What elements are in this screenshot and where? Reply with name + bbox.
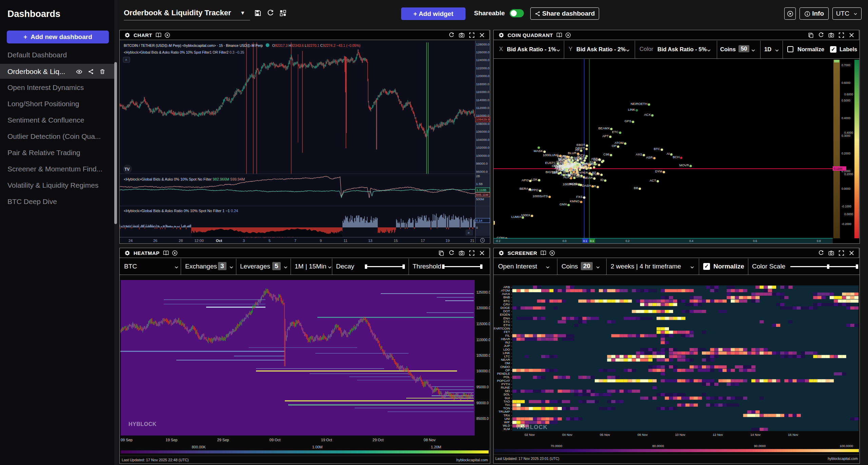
svg-text:0.1: 0.1 [583, 239, 587, 243]
svg-text:HYBLOCK: HYBLOCK [129, 421, 157, 427]
svg-text:EBOT: EBOT [576, 143, 585, 147]
svg-text:JUP: JUP [504, 344, 510, 348]
svg-text:110000.0: 110000.0 [476, 338, 490, 342]
svg-text:0.7000: 0.7000 [842, 63, 850, 67]
svg-text:0.4000: 0.4000 [844, 131, 853, 134]
svg-text:NEIROETH: NEIROETH [631, 102, 647, 106]
svg-text:AVA: AVA [558, 168, 565, 172]
svg-text:GPS: GPS [625, 119, 631, 123]
svg-text:KMNO: KMNO [570, 199, 580, 203]
svg-text:110000.0: 110000.0 [476, 114, 489, 117]
svg-text:118000.0: 118000.0 [476, 82, 489, 86]
svg-text:0.2000: 0.2000 [844, 172, 853, 176]
svg-text:128000.0: 128000.0 [476, 42, 490, 46]
svg-text:-0.1000: -0.1000 [842, 205, 851, 208]
svg-text:16 Nov: 16 Nov [788, 433, 798, 436]
svg-text:BTC: BTC [654, 147, 660, 151]
svg-text:13: 13 [368, 239, 372, 243]
svg-text:09 Sep: 09 Sep [121, 438, 133, 442]
svg-text:ID: ID [600, 178, 604, 182]
svg-text:7: 7 [294, 239, 296, 243]
svg-text:GMX: GMX [559, 202, 567, 206]
svg-text:112000.0: 112000.0 [476, 106, 489, 110]
svg-text:MASK: MASK [534, 149, 543, 153]
svg-text:-: - [511, 427, 512, 431]
svg-text:11: 11 [343, 239, 347, 243]
svg-text:114000.0: 114000.0 [476, 98, 489, 102]
svg-text:104000.0: 104000.0 [476, 138, 490, 142]
svg-text:80.0000: 80.0000 [652, 444, 664, 448]
svg-text:108000.0: 108000.0 [476, 122, 490, 126]
svg-text:NEAR: NEAR [584, 176, 593, 180]
svg-text:85000.0: 85000.0 [476, 417, 489, 421]
svg-text:0.3000: 0.3000 [842, 134, 850, 137]
svg-text:-: - [511, 330, 512, 334]
svg-text:106000.0: 106000.0 [476, 130, 490, 133]
svg-text:116000.0: 116000.0 [476, 90, 489, 94]
svg-text:0.1166: 0.1166 [834, 167, 843, 170]
svg-text:AR: AR [575, 148, 579, 152]
svg-text:800.00K: 800.00K [192, 445, 206, 449]
svg-text:1.5B: 1.5B [476, 182, 483, 186]
svg-text:MOVR: MOVR [679, 163, 689, 167]
svg-text:19: 19 [446, 239, 450, 243]
svg-text:28: 28 [179, 239, 183, 243]
svg-text:BEAMX: BEAMX [598, 126, 610, 130]
svg-text:24: 24 [129, 239, 133, 243]
svg-text:-: - [511, 392, 512, 396]
svg-text:-: - [511, 361, 512, 365]
svg-text:»: » [468, 230, 470, 235]
svg-text:115000.0: 115000.0 [476, 322, 490, 326]
svg-text:HYBLOCK: HYBLOCK [517, 424, 548, 430]
svg-text:AI: AI [667, 152, 670, 155]
svg-text:0.4: 0.4 [689, 239, 693, 243]
svg-text:122000.0: 122000.0 [476, 66, 490, 70]
svg-text:08 Nov: 08 Nov [637, 433, 648, 436]
svg-text:96000.0: 96000.0 [476, 170, 488, 173]
svg-text:9: 9 [320, 239, 322, 243]
svg-text:2B: 2B [476, 174, 480, 178]
svg-text:90000.0: 90000.0 [476, 401, 489, 405]
svg-text:XLM: XLM [503, 427, 510, 431]
svg-text:100.0000: 100.0000 [840, 444, 853, 448]
svg-text:AVAX: AVAX [575, 158, 583, 162]
svg-text:1.20M: 1.20M [431, 445, 441, 449]
svg-text:BNB: BNB [503, 295, 510, 299]
svg-text:BAND: BAND [567, 162, 576, 166]
svg-text:0.6: 0.6 [753, 239, 757, 243]
svg-text:APT: APT [603, 134, 609, 138]
svg-text:95000.0: 95000.0 [476, 385, 489, 389]
svg-text:109429.9: 109429.9 [476, 117, 490, 121]
svg-text:1000SATS: 1000SATS [533, 194, 548, 198]
svg-text:SEI: SEI [552, 171, 557, 174]
svg-text:Oct: Oct [216, 239, 222, 243]
svg-text:100000.0: 100000.0 [476, 369, 490, 373]
svg-text:06 Nov: 06 Nov [600, 433, 610, 436]
svg-text:ASR: ASR [646, 155, 653, 159]
svg-text:˄: ˄ [125, 58, 127, 62]
svg-text:845.11M: 845.11M [476, 193, 488, 197]
svg-text:C98: C98 [604, 152, 609, 156]
svg-text:0.5000: 0.5000 [842, 99, 850, 102]
svg-text:AVAX: AVAX [593, 158, 602, 162]
svg-text:TV: TV [124, 167, 130, 172]
svg-text:BCH: BCH [673, 155, 679, 159]
svg-text:EIGEN: EIGEN [579, 165, 589, 169]
svg-text:1.00M: 1.00M [312, 445, 323, 449]
svg-text:hyblockcapital.com: hyblockcapital.com [828, 457, 858, 461]
svg-text:1000LUNC: 1000LUNC [543, 153, 559, 157]
svg-text:3: 3 [243, 239, 245, 243]
svg-text:Last Updated: 17 Nov 2025 23:0: Last Updated: 17 Nov 2025 23:01 (UTC) [495, 457, 559, 461]
svg-text:02 Nov: 02 Nov [525, 433, 535, 436]
svg-text:BB: BB [634, 186, 638, 190]
svg-text:0.2: 0.2 [626, 239, 630, 243]
svg-text:17: 17 [421, 239, 425, 243]
svg-text:1.118B: 1.118B [476, 188, 486, 192]
svg-text:hyblockcapital.com: hyblockcapital.com [456, 458, 488, 462]
svg-text:19 Oct: 19 Oct [321, 438, 332, 442]
svg-text:5: 5 [269, 239, 271, 243]
svg-text:0.0000: 0.0000 [844, 212, 853, 216]
svg-text:14 Nov: 14 Nov [750, 433, 761, 436]
svg-text:FXS: FXS [576, 195, 583, 199]
svg-text:-: - [511, 295, 512, 299]
